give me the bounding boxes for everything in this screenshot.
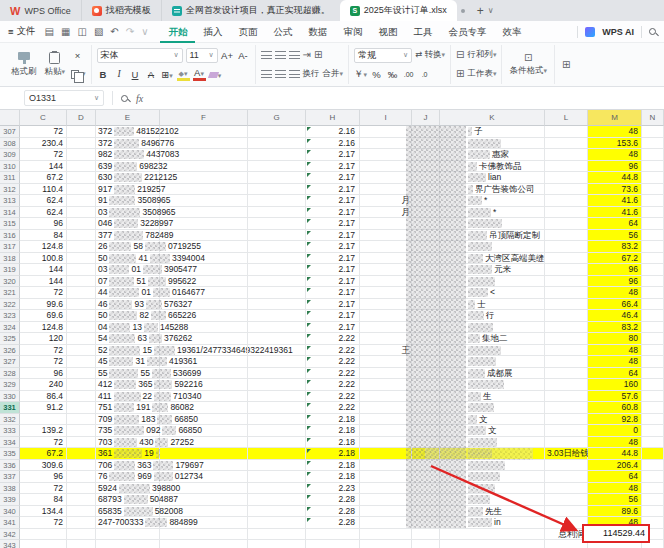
grid-cell[interactable]	[248, 218, 306, 230]
grid-cell[interactable]	[67, 356, 96, 368]
profit-cell[interactable]: 160	[588, 379, 642, 391]
grid-cell[interactable]	[67, 195, 96, 207]
row-header[interactable]: 312	[0, 184, 20, 196]
grid-cell[interactable]	[160, 437, 248, 449]
menu-tab-formula[interactable]: 公式	[265, 21, 300, 43]
grid-cell[interactable]	[248, 138, 306, 150]
row-header[interactable]: 342	[0, 529, 20, 541]
grid-cell[interactable]: 65835582008	[96, 506, 160, 518]
grid-cell[interactable]	[545, 368, 588, 380]
grow-font-button[interactable]: A+	[221, 50, 234, 61]
column-header[interactable]: C	[20, 110, 67, 126]
grid-cell[interactable]	[67, 517, 96, 529]
grid-cell[interactable]	[67, 460, 96, 472]
grid-cell[interactable]	[360, 126, 412, 138]
grid-cell[interactable]	[67, 368, 96, 380]
new-tab-button[interactable]: + ∨	[469, 0, 502, 21]
row-header[interactable]: 332	[0, 414, 20, 426]
grid-cell[interactable]	[642, 402, 664, 414]
grid-cell[interactable]: 0751995622	[96, 276, 160, 288]
grid-cell[interactable]: 2.17	[306, 161, 360, 173]
grid-cell[interactable]	[67, 218, 96, 230]
grid-cell[interactable]: 72	[20, 437, 67, 449]
grid-cell[interactable]	[642, 230, 664, 242]
row-header[interactable]: 311	[0, 172, 20, 184]
grid-cell[interactable]: 2.17	[306, 184, 360, 196]
table-style-button-clipped[interactable]: ⊞	[555, 45, 573, 84]
grid-cell[interactable]	[440, 540, 545, 548]
grid-cell[interactable]	[248, 241, 306, 253]
grid-cell[interactable]	[642, 253, 664, 265]
grid-cell[interactable]	[642, 195, 664, 207]
grid-cell[interactable]	[545, 402, 588, 414]
grid-cell[interactable]	[360, 483, 412, 495]
grid-cell[interactable]: 69.6	[20, 310, 67, 322]
grid-cell[interactable]	[642, 356, 664, 368]
grid-cell[interactable]	[642, 345, 664, 357]
grid-cell[interactable]: 110.4	[20, 184, 67, 196]
row-header[interactable]: 331	[0, 402, 20, 414]
grid-cell[interactable]	[412, 540, 440, 548]
row-header[interactable]: 326	[0, 345, 20, 357]
grid-cell[interactable]	[360, 529, 412, 541]
profit-cell[interactable]: 48	[588, 149, 642, 161]
indent-icon[interactable]: ⇥	[303, 50, 311, 60]
print-icon[interactable]: ◫	[77, 26, 86, 37]
menu-tab-tools[interactable]: 工具	[405, 21, 440, 43]
row-header[interactable]: 334	[0, 437, 20, 449]
search-icon[interactable]	[649, 28, 656, 35]
grid-cell[interactable]	[360, 322, 412, 334]
grid-cell[interactable]: 2.17	[306, 218, 360, 230]
grid-cell[interactable]	[160, 322, 248, 334]
row-header[interactable]: 308	[0, 138, 20, 150]
export-icon[interactable]: ▦	[61, 26, 70, 37]
grid-cell[interactable]: 67.2	[20, 448, 67, 460]
row-header[interactable]: 341	[0, 517, 20, 529]
menu-tab-page[interactable]: 页面	[230, 21, 265, 43]
grid-cell[interactable]: 2.17	[306, 241, 360, 253]
worksheet-button[interactable]: 工作表▾	[467, 68, 496, 80]
paste-button[interactable]: 粘贴▾	[43, 52, 68, 78]
grid-cell[interactable]: 68793504887	[96, 494, 160, 506]
row-header[interactable]: 320	[0, 276, 20, 288]
grid-cell[interactable]	[160, 471, 248, 483]
wps-ai-button[interactable]: WPS AI	[602, 27, 634, 37]
grid-cell[interactable]: 5463376262	[96, 333, 160, 345]
grid-cell[interactable]	[248, 540, 306, 548]
grid-cell[interactable]: 72	[20, 345, 67, 357]
grid-cell[interactable]	[360, 184, 412, 196]
grid-cell[interactable]	[67, 540, 96, 548]
format-painter-button[interactable]: 格式刷	[9, 52, 39, 78]
grid-cell[interactable]	[160, 241, 248, 253]
grid-cell[interactable]	[545, 138, 588, 150]
grid-cell[interactable]	[545, 195, 588, 207]
grid-cell[interactable]	[545, 333, 588, 345]
grid-cell[interactable]: 50413394004	[96, 253, 160, 265]
grid-cell[interactable]	[20, 414, 67, 426]
grid-cell[interactable]	[642, 138, 664, 150]
profit-cell[interactable]: 96	[588, 161, 642, 173]
grid-cell[interactable]	[248, 322, 306, 334]
name-box-caret-icon[interactable]: ∨	[94, 94, 99, 102]
align-bottom-icon[interactable]	[289, 51, 300, 60]
grid-cell[interactable]: 5082665226	[96, 310, 160, 322]
grid-cell[interactable]	[160, 494, 248, 506]
grid-cell[interactable]	[67, 310, 96, 322]
percent-button[interactable]: %	[370, 69, 383, 80]
grid-cell[interactable]	[67, 172, 96, 184]
profit-cell[interactable]: 64	[588, 218, 642, 230]
row-header[interactable]: 322	[0, 299, 20, 311]
row-header[interactable]: 324	[0, 322, 20, 334]
profit-cell[interactable]: 96	[588, 276, 642, 288]
grid-cell[interactable]: 2.28	[306, 506, 360, 518]
grid-cell[interactable]	[248, 287, 306, 299]
profit-cell[interactable]: 83.2	[588, 241, 642, 253]
grid-cell[interactable]	[67, 414, 96, 426]
grid-cell[interactable]	[67, 494, 96, 506]
grid-cell[interactable]	[642, 310, 664, 322]
grid-cell[interactable]: 2.22	[306, 333, 360, 345]
grid-cell[interactable]	[642, 483, 664, 495]
grid-cell[interactable]	[545, 161, 588, 173]
row-header[interactable]: 317	[0, 241, 20, 253]
grid-cell[interactable]: 王	[360, 345, 412, 357]
